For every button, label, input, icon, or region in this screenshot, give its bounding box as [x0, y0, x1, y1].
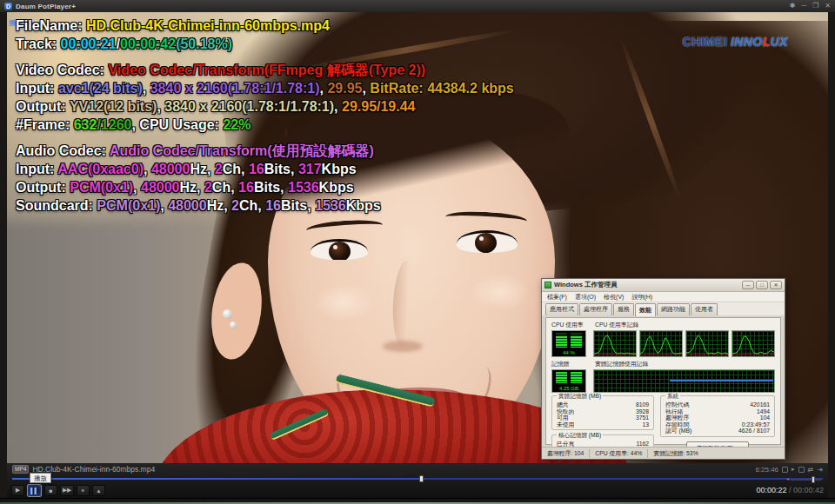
physical-memory-group: 實體記憶體 (MB) 總共8109快取的3928可用3751未使用13 [551, 395, 654, 430]
close-icon[interactable]: ✕ [825, 2, 831, 10]
open-button[interactable]: ▲ [92, 485, 105, 496]
memory-meter-label: 記憶體 [551, 360, 595, 368]
tm-menu-file[interactable]: 檔案(F) [547, 293, 567, 302]
play-button[interactable]: ▶ [11, 485, 24, 496]
ab-repeat-marker-icon[interactable]: ▸ [792, 466, 795, 473]
text-segment: Hz, [180, 180, 204, 195]
tm-tab-applications[interactable]: 應用程式 [545, 303, 578, 315]
stat-row: 可用3751 [557, 414, 649, 421]
text-segment: Audio Codec: [16, 143, 110, 158]
seek-handle[interactable] [419, 475, 424, 482]
volume-icon: ◂ [786, 477, 789, 481]
tm-menubar: 檔案(F) 選項(O) 檢視(V) 說明(H) [542, 292, 785, 302]
text-segment: 1536 [315, 198, 346, 213]
system-group: 系統 控制代碼420161執行緒1494處理程序104存留時間0:23:49:5… [660, 395, 775, 437]
osd-video-codec-line: Video Codec: Video Codec/Transform(FFmpe… [16, 61, 514, 79]
text-segment: Input: [16, 81, 58, 96]
tm-statusbar: 處理程序: 104 CPU 使用率: 44% 實體記憶體: 53% [542, 447, 785, 459]
tm-tab-performance[interactable]: 效能 [635, 303, 656, 316]
text-segment: PCM(0x1) [97, 198, 160, 213]
time-current: 00:00:22 [756, 486, 786, 494]
next-button[interactable]: ▶▶ [60, 485, 74, 496]
logo-innolux-text: INNOLUX [731, 35, 788, 49]
memory-usage-meter: 4.25 GB [551, 369, 586, 393]
pause-button[interactable]: ▌▌ [27, 484, 42, 497]
text-segment: L [763, 35, 771, 49]
tm-close-button[interactable]: ✕ [770, 281, 782, 289]
memory-usage-value: 4.25 GB [552, 386, 585, 391]
task-manager-titlebar[interactable]: Windows 工作管理員 ─ □ ✕ [542, 279, 785, 292]
stat-row: 控制代碼420161 [665, 401, 770, 408]
video-area[interactable]: 播放 FileName: HD.Club-4K-Chimei-inn-60mbp… [7, 12, 828, 463]
window-bottom-frame [0, 498, 835, 504]
tm-menu-help[interactable]: 說明(H) [631, 293, 652, 302]
playlist-button[interactable]: ≡ [77, 485, 90, 496]
text-segment: Hz, [207, 198, 231, 213]
portrait-earring [223, 309, 232, 319]
osd-video-input-line: Input: avc1(24 bits), 3840 x 2160(1.78:1… [16, 79, 514, 97]
minimize-icon[interactable]: ─ [801, 2, 806, 10]
osd-audio-input-line: Input: AAC(0xaac0), 48000Hz, 2Ch, 16Bits… [16, 160, 514, 178]
play-tooltip: 播放 [30, 473, 51, 483]
text-segment: 48000 [151, 162, 190, 176]
seek-bar[interactable]: ◂ [7, 475, 828, 482]
ab-repeat-end-icon[interactable] [798, 467, 805, 473]
tm-tab-users[interactable]: 使用者 [691, 303, 718, 315]
text-segment: UX [771, 35, 788, 49]
text-segment: FileName: [16, 18, 86, 33]
tm-menu-view[interactable]: 檢視(V) [604, 293, 624, 302]
tm-maximize-button[interactable]: □ [756, 281, 768, 289]
text-segment: 22% [223, 117, 250, 132]
stop-button[interactable]: ■ [44, 485, 57, 496]
text-segment: 48000 [168, 198, 207, 213]
text-segment: /1260 [97, 117, 131, 132]
task-manager-window[interactable]: Windows 工作管理員 ─ □ ✕ 檔案(F) 選項(O) 檢視(V) 說明… [541, 278, 785, 460]
app-title: Daum PotPlayer+ [16, 3, 76, 10]
cpu-history-graph [593, 330, 637, 357]
tm-tab-processes[interactable]: 處理程序 [579, 303, 612, 315]
tm-tab-networking[interactable]: 網路功能 [657, 303, 690, 315]
text-segment: 2 [215, 162, 223, 176]
format-badge: MP4 [12, 465, 29, 474]
osd-frame-line: #Frame: 632/1260, CPU Usage: 22% [16, 116, 514, 134]
cpu-history-graph [731, 330, 775, 357]
cpu-meter-label: CPU 使用率 [551, 321, 595, 329]
text-segment: 29.95/19.44 [342, 99, 416, 114]
osd-audio-output-line: Output: PCM(0x1), 48000Hz, 2Ch, 16Bits, … [16, 178, 514, 196]
stat-row: 認可 (MB)4626 / 8107 [665, 428, 770, 434]
text-segment: , [144, 162, 151, 176]
osd-info-block: FileName: HD.Club-4K-Chimei-inn-60mbps.m… [16, 17, 514, 215]
text-segment: AAC(0xaac0) [57, 162, 144, 176]
text-segment: , [362, 81, 370, 96]
volume-handle[interactable] [812, 476, 815, 483]
text-segment: 16 [238, 180, 254, 195]
chimei-innolux-logo: CHIMEIINNOLUX [683, 35, 788, 49]
pin-icon[interactable]: ✱ [790, 2, 796, 10]
potplayer-logo-icon: D [4, 3, 12, 10]
tm-minimize-button[interactable]: ─ [742, 281, 754, 289]
text-segment: 29.95 [327, 81, 362, 96]
cpu-history-graph [639, 330, 683, 357]
repeat-icon[interactable]: ⇄ [808, 466, 814, 474]
text-segment: , [160, 198, 168, 213]
skip-icon[interactable]: ⇥ [817, 466, 823, 474]
text-segment: Ch, [239, 198, 265, 213]
text-segment: Kbps [319, 180, 354, 195]
text-segment: , CPU Usage: [131, 117, 223, 132]
portrait-earring [230, 322, 237, 328]
text-segment: 317 [298, 162, 322, 176]
text-segment: , [157, 99, 164, 114]
maximize-icon[interactable]: ❐ [812, 2, 818, 10]
tm-tab-services[interactable]: 服務 [613, 303, 634, 315]
tm-status-cpu: CPU 使用率: 44% [590, 449, 648, 458]
volume-slider[interactable]: ◂ [786, 477, 821, 481]
osd-video-output-line: Output: YV12(12 bits), 3840 x 2160(1.78:… [16, 97, 514, 116]
osd-audio-codec-line: Audio Codec: Audio Codec/Transform(使用預設解… [16, 142, 514, 160]
text-segment: Input: [16, 162, 57, 176]
tm-menu-options[interactable]: 選項(O) [575, 293, 596, 302]
portrait-nose-shadow [383, 341, 423, 352]
text-segment: Bits, [254, 180, 288, 195]
tm-status-processes: 處理程序: 104 [542, 449, 590, 458]
ab-repeat-start-icon[interactable] [782, 467, 788, 473]
text-segment: #Frame: [16, 117, 74, 132]
